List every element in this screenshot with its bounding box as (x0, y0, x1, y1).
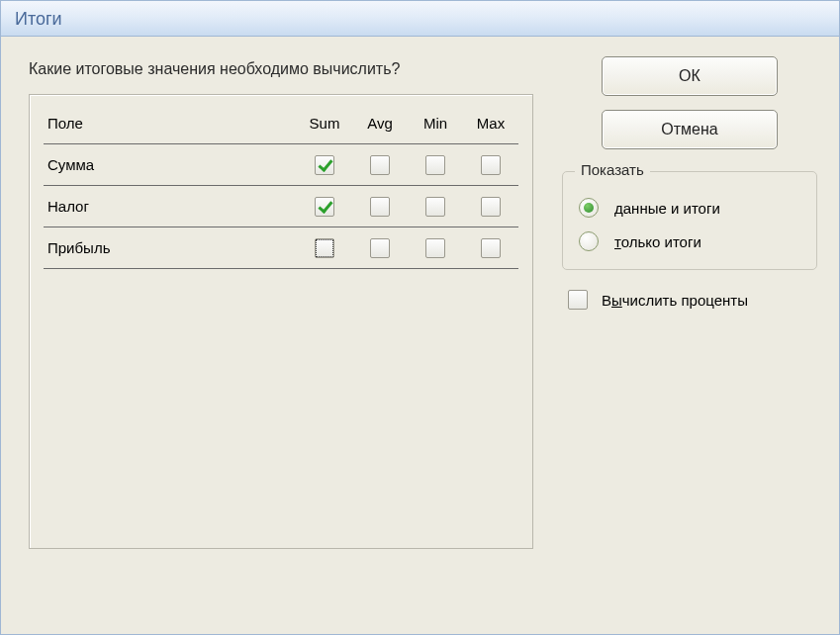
checkbox-avg[interactable] (370, 238, 390, 258)
row-field-label: Налог (44, 198, 297, 215)
table-row: Сумма (44, 144, 518, 186)
radio-label: только итоги (614, 233, 701, 250)
checkbox-min[interactable] (425, 197, 445, 217)
checkbox-min[interactable] (425, 238, 445, 258)
checkbox-max[interactable] (481, 155, 501, 175)
table-row: Налог (44, 186, 518, 227)
checkbox-max[interactable] (481, 197, 501, 217)
cancel-button[interactable]: Отмена (602, 110, 778, 149)
show-groupbox: Показать данные и итоги только итоги (562, 171, 817, 270)
radio-data-and-totals[interactable]: данные и итоги (579, 198, 804, 218)
row-field-label: Сумма (44, 156, 297, 173)
checkbox-avg[interactable] (370, 155, 390, 175)
show-group-title: Показать (575, 161, 650, 178)
calc-percents-label: Вычислить проценты (602, 292, 748, 309)
window-title: Итоги (15, 9, 62, 29)
radio-totals-only[interactable]: только итоги (579, 231, 804, 251)
checkbox-sum[interactable] (315, 197, 334, 217)
totals-table: Поле Sum Avg Min Max Сумма Налог (29, 94, 533, 549)
checkbox-sum[interactable] (315, 155, 334, 175)
header-sum: Sum (297, 115, 352, 132)
checkbox-icon (568, 290, 588, 310)
titlebar: Итоги (1, 1, 839, 37)
header-field: Поле (44, 115, 297, 132)
checkbox-max[interactable] (481, 238, 501, 258)
radio-icon (579, 231, 599, 251)
table-header-row: Поле Sum Avg Min Max (44, 103, 518, 144)
content-area: Какие итоговые значения необходимо вычис… (1, 37, 839, 634)
checkbox-avg[interactable] (370, 197, 390, 217)
dialog-window: Итоги Какие итоговые значения необходимо… (0, 0, 840, 635)
header-max: Max (463, 115, 518, 132)
table-row: Прибыль (44, 227, 518, 269)
radio-icon (579, 198, 599, 218)
header-min: Min (408, 115, 463, 132)
radio-label: данные и итоги (614, 200, 720, 217)
calc-percents-checkbox[interactable]: Вычислить проценты (568, 290, 817, 310)
checkbox-sum[interactable] (315, 238, 334, 258)
checkbox-min[interactable] (425, 155, 445, 175)
right-column: ОК Отмена Показать данные и итоги только… (562, 56, 817, 310)
row-field-label: Прибыль (44, 239, 297, 256)
header-avg: Avg (352, 115, 408, 132)
ok-button[interactable]: ОК (602, 56, 778, 96)
